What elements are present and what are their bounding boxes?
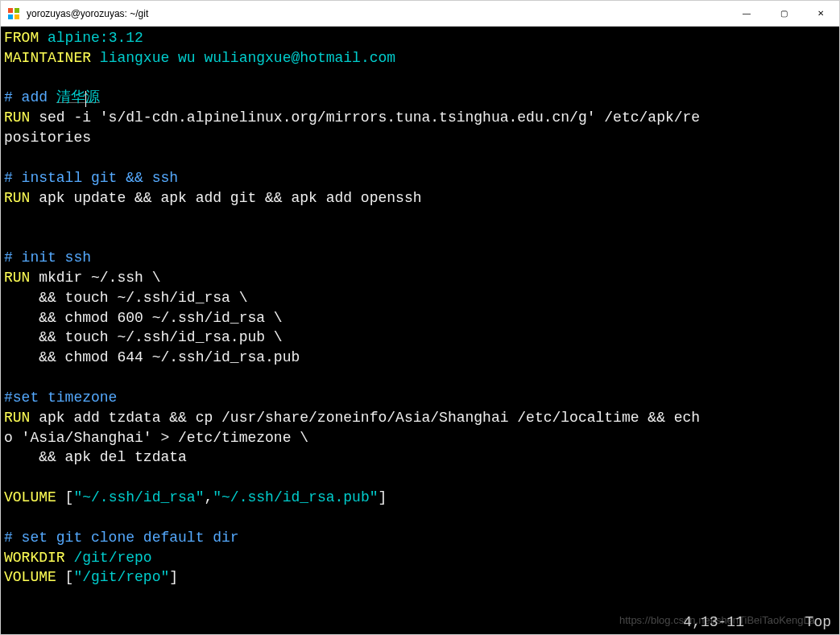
dockerfile-comment: #set timezone [4,390,117,406]
svg-rect-0 [8,8,13,13]
terminal-window: yorozuyas@yorozuyas: ~/git — ▢ ✕ FROM al… [0,0,840,635]
dockerfile-value: && touch ~/.ssh/id_rsa.pub \ [4,329,283,345]
svg-rect-1 [14,8,19,13]
window-title: yorozuyas@yorozuyas: ~/git [27,8,728,19]
dockerfile-value: /git/repo [65,550,152,566]
dockerfile-comment: # set git clone default dir [4,530,239,546]
vim-status-line: 4,13-11 Top [683,612,831,633]
dockerfile-value: && touch ~/.ssh/id_rsa \ [4,290,247,306]
dockerfile-comment: # add [4,89,56,105]
dockerfile-value: alpine:3.12 [39,30,143,46]
close-button[interactable]: ✕ [802,1,839,26]
dockerfile-keyword: VOLUME [4,569,56,585]
svg-rect-3 [14,14,19,19]
app-icon [7,7,20,20]
bracket: [ [56,489,74,505]
dockerfile-value: positories [4,130,91,146]
dockerfile-value: apk update && apk add git && apk add ope… [30,190,421,206]
dockerfile-keyword: RUN [4,270,30,286]
dockerfile-value: o 'Asia/Shanghai' > /etc/timezone \ [4,430,308,446]
terminal-content[interactable]: FROM alpine:3.12 MAINTAINER liangxue wu … [1,27,839,634]
bracket: ] [379,489,387,505]
bracket: ] [169,569,178,585]
dockerfile-comment-cjk: 清华源 [56,89,100,105]
dockerfile-keyword: VOLUME [4,489,56,505]
titlebar[interactable]: yorozuyas@yorozuyas: ~/git — ▢ ✕ [1,1,839,27]
comma: , [204,489,213,505]
dockerfile-keyword: MAINTAINER [4,50,91,66]
dockerfile-value: && chmod 644 ~/.ssh/id_rsa.pub [4,349,300,365]
dockerfile-keyword: RUN [4,109,30,126]
dockerfile-keyword: RUN [4,190,30,206]
dockerfile-string: "~/.ssh/id_rsa" [73,489,204,505]
dockerfile-keyword: FROM [4,30,39,46]
minimize-button[interactable]: — [728,1,765,26]
dockerfile-string: "/git/repo" [73,569,169,585]
dockerfile-value: && apk del tzdata [4,449,187,465]
bracket: [ [56,569,74,585]
dockerfile-comment: # install git && ssh [4,170,178,186]
window-controls: — ▢ ✕ [728,1,839,26]
dockerfile-value: mkdir ~/.ssh \ [30,270,160,286]
dockerfile-value: liangxue wu wuliangxue@hotmail.com [91,50,395,66]
dockerfile-string: "~/.ssh/id_rsa.pub" [213,489,378,505]
svg-rect-2 [8,14,13,19]
dockerfile-keyword: RUN [4,410,30,426]
dockerfile-value: && chmod 600 ~/.ssh/id_rsa \ [4,310,283,326]
dockerfile-value: apk add tzdata && cp /usr/share/zoneinfo… [30,410,700,426]
maximize-button[interactable]: ▢ [765,1,802,26]
dockerfile-value: sed -i 's/dl-cdn.alpinelinux.org/mirrors… [30,109,700,126]
dockerfile-keyword: WORKDIR [4,550,65,566]
dockerfile-comment: # init ssh [4,249,91,266]
